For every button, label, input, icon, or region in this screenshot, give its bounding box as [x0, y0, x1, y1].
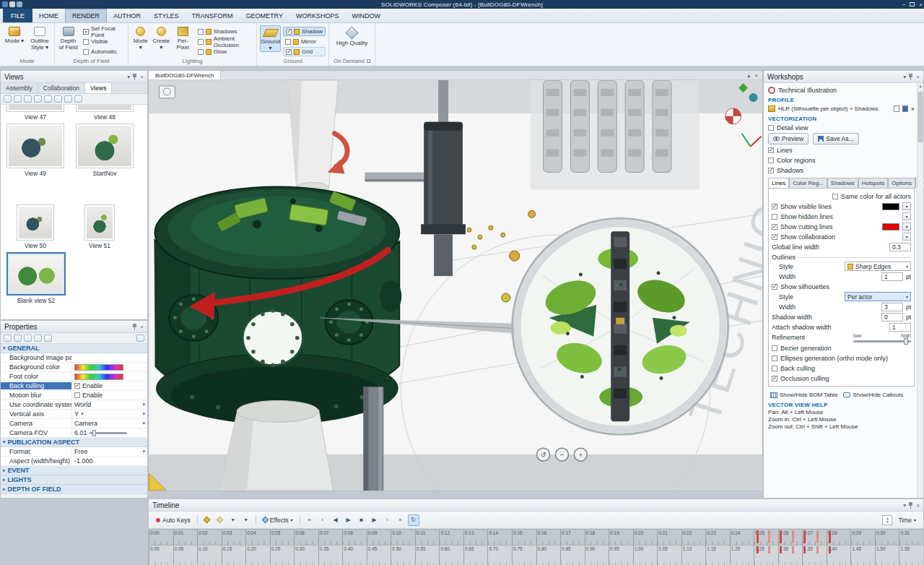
tab-lines[interactable]: Lines	[768, 178, 789, 188]
depth-of-field-button[interactable]: Depth of Field	[58, 25, 79, 51]
ambient-occlusion-checkbox[interactable]: Ambient Occlusion	[196, 37, 253, 46]
shadow-width-input[interactable]: 0	[881, 313, 903, 322]
ellipses-generation-checkbox[interactable]: Ellipses generation (ortho mode only)	[772, 353, 911, 363]
occlusion-culling-checkbox[interactable]: Occlusion culling	[772, 374, 911, 383]
property-row[interactable]: Camera FOV6.01	[1, 428, 147, 438]
tab-options[interactable]: Options	[888, 178, 915, 188]
tab-views[interactable]: Views	[85, 83, 113, 93]
tab-transform[interactable]: TRANSFORM	[186, 9, 240, 22]
tab-render[interactable]: RENDER	[65, 9, 107, 22]
refinement-slider[interactable]	[853, 340, 911, 342]
dof-visible-checkbox[interactable]: Visible	[81, 37, 125, 46]
high-quality-button[interactable]: High Quality	[336, 25, 368, 46]
create-view-icon[interactable]	[4, 95, 12, 103]
lines-checkbox[interactable]: Lines	[768, 145, 915, 155]
bezier-generation-checkbox[interactable]: Bezier generation	[772, 343, 911, 353]
close-panel-icon[interactable]: ×	[916, 74, 920, 80]
auto-keys-button[interactable]: Auto Keys	[153, 514, 193, 526]
expand-all-icon[interactable]	[24, 335, 32, 342]
tab-color-regions[interactable]: Color Reg...	[789, 178, 827, 188]
tab-scroll-up-icon[interactable]: ▴	[747, 72, 750, 79]
back-culling-checkbox[interactable]: Back culling	[772, 363, 911, 373]
create-camera-view-icon[interactable]	[24, 95, 32, 103]
thumbnail-size-icon[interactable]	[64, 95, 72, 103]
checkbox-icon[interactable]	[74, 392, 80, 398]
close-panel-icon[interactable]: ×	[916, 502, 920, 509]
alphabetical-view-icon[interactable]	[14, 335, 22, 342]
tab-collaboration[interactable]: Collaboration	[38, 83, 85, 93]
pin-icon[interactable]	[133, 324, 137, 330]
categorized-view-icon[interactable]	[4, 335, 12, 342]
key-properties-icon[interactable]: ▾	[240, 514, 252, 526]
color-spectrum-swatch[interactable]	[74, 364, 123, 371]
document-tab[interactable]: BullDOG80-DFWrench	[149, 71, 221, 79]
property-row[interactable]: Motion blurEnable	[1, 391, 147, 400]
outline-style-button[interactable]: Outline Style ▾	[28, 25, 51, 51]
scrollbar-thumb[interactable]	[918, 92, 923, 142]
views-list[interactable]: View 47 View 48 View 49 StartNov View 50…	[1, 105, 147, 319]
property-row[interactable]: Background image path	[1, 353, 147, 363]
tab-home[interactable]: HOME	[32, 9, 65, 22]
ground-mirror-checkbox[interactable]: Mirror	[283, 37, 326, 46]
view-thumbnail-selected[interactable]: Blank view 52	[6, 252, 66, 304]
profile-row[interactable]: HLR (Silhouette per object) + Shadows ×	[768, 104, 915, 113]
global-line-width-input[interactable]: 0.3	[889, 243, 911, 251]
outline-style-dropdown[interactable]: Sharp Edges ▾	[845, 262, 911, 271]
line-style-dropdown[interactable]: ▾	[902, 212, 911, 220]
panel-menu-icon[interactable]: ▾	[903, 74, 906, 80]
tab-hotspots[interactable]: Hotspots	[858, 178, 889, 188]
tab-shadows[interactable]: Shadows	[827, 178, 858, 188]
per-pixel-button[interactable]: Per-Pixel	[173, 25, 193, 51]
show-silhouettes-checkbox[interactable]: Show silhouettes	[772, 282, 911, 291]
view-compass[interactable]	[725, 108, 741, 124]
line-style-dropdown[interactable]: ▾	[902, 202, 911, 210]
play-views-icon[interactable]	[44, 95, 52, 103]
attach-shadow-width-input[interactable]: 1	[889, 323, 911, 332]
time-spinner[interactable]: ▴▾	[882, 515, 892, 525]
property-row[interactable]: Background color	[1, 363, 147, 372]
close-document-icon[interactable]: ×	[754, 72, 758, 79]
lighting-mode-button[interactable]: Mode ▾	[131, 25, 149, 51]
pin-icon[interactable]	[133, 74, 137, 80]
detail-view-checkbox[interactable]: Detail view	[768, 123, 915, 132]
time-mode-dropdown[interactable]: Time ▾	[895, 514, 919, 526]
section-publication-aspect[interactable]: ▾PUBLICATION ASPECT	[1, 438, 147, 447]
view-thumbnail[interactable]: View 50	[17, 204, 54, 249]
stop-button[interactable]: ■	[356, 514, 367, 526]
viewport-zoom-controls[interactable]: ↺ − +	[537, 448, 588, 461]
save-as-button[interactable]: Save As...	[813, 133, 858, 145]
show-hide-bom-table-button[interactable]: Show/Hide BOM Table	[768, 390, 840, 400]
line-style-dropdown[interactable]: ▾	[902, 223, 911, 230]
view-thumbnail[interactable]: View 49	[6, 124, 64, 177]
previous-key-icon[interactable]: ‹	[317, 514, 328, 526]
pin-icon[interactable]	[909, 502, 913, 509]
restore-button[interactable]	[910, 2, 915, 7]
panel-menu-icon[interactable]: ▾	[903, 502, 906, 509]
play-button[interactable]: ▶	[343, 514, 354, 526]
shadows-checkbox[interactable]: Shadows	[768, 165, 915, 175]
lighting-create-button[interactable]: Create ▾	[152, 25, 170, 51]
apply-to-all-icon[interactable]	[136, 335, 144, 342]
update-view-icon[interactable]	[14, 95, 22, 103]
ground-grid-checkbox[interactable]: Grid	[283, 47, 326, 56]
go-to-start-icon[interactable]: «	[304, 514, 315, 526]
show-hidden-lines-row[interactable]: Show hidden lines ▾	[772, 212, 911, 221]
same-color-checkbox[interactable]: Same color for all actors	[772, 191, 911, 201]
pin-icon[interactable]	[909, 74, 913, 80]
tab-workshops[interactable]: WORKSHOPS	[289, 9, 346, 22]
view-thumbnail[interactable]: View 47	[6, 105, 64, 121]
glow-checkbox[interactable]: Glow	[196, 47, 253, 56]
view-thumbnail[interactable]: View 48	[76, 105, 134, 121]
tab-styles[interactable]: STYLES	[147, 9, 186, 22]
tab-geometry[interactable]: GEOMETRY	[240, 9, 289, 22]
save-profile-icon[interactable]	[902, 105, 908, 112]
workshop-selector[interactable]: Technical Illustration	[768, 85, 915, 95]
go-to-end-icon[interactable]: »	[395, 514, 406, 526]
delete-view-icon[interactable]	[34, 95, 42, 103]
color-regions-checkbox[interactable]: Color regions	[768, 155, 915, 165]
view-thumbnail[interactable]: View 51	[84, 204, 115, 249]
timeline-track[interactable]: 0.000.050.100.150.200.250.300.350.400.45…	[149, 545, 923, 565]
next-key-icon[interactable]: ›	[382, 514, 393, 526]
color-spectrum-swatch[interactable]	[74, 374, 123, 380]
show-hide-callouts-button[interactable]: Show/Hide Callouts	[841, 390, 905, 400]
